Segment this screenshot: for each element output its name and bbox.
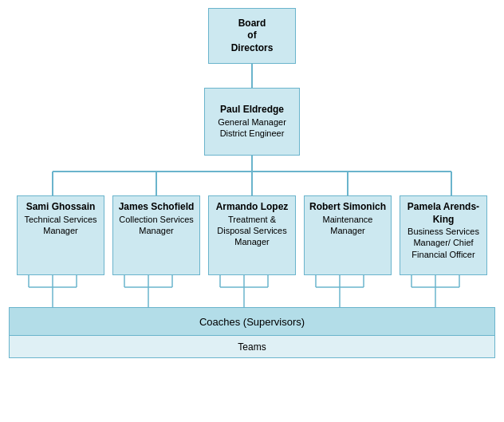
- manager-col-3: Armando Lopez Treatment & Disposal Servi…: [204, 195, 300, 275]
- board-name: BoardofDirectors: [231, 18, 274, 55]
- manager-col-4: Robert Simonich Maintenance Manager: [300, 195, 396, 275]
- teams-bar: Teams: [9, 336, 495, 358]
- armando-name: Armando Lopez: [216, 201, 289, 214]
- coaches-label: Coaches (Supervisors): [199, 316, 305, 328]
- sami-name: Sami Ghossain: [26, 201, 96, 214]
- v-line-1: [251, 64, 253, 88]
- org-chart: BoardofDirectors Paul Eldredge General M…: [0, 0, 504, 366]
- sami-node: Sami Ghossain Technical Services Manager: [17, 195, 104, 275]
- james-node: James Schofield Collection Services Mana…: [112, 195, 200, 275]
- armando-title: Treatment & Disposal Services Manager: [214, 214, 290, 248]
- sami-title: Technical Services Manager: [22, 214, 99, 237]
- board-node: BoardofDirectors: [208, 8, 296, 64]
- teams-label: Teams: [238, 341, 266, 353]
- tree-connector-svg: [9, 156, 495, 195]
- manager-col-5: Pamela Arends-King Business Services Man…: [396, 195, 491, 275]
- manager-col-2: James Schofield Collection Services Mana…: [108, 195, 204, 275]
- paul-subtitle: District Engineer: [220, 128, 285, 139]
- james-name: James Schofield: [119, 201, 195, 214]
- james-title: Collection Services Manager: [118, 214, 195, 237]
- robert-node: Robert Simonich Maintenance Manager: [304, 195, 392, 275]
- paul-title: General Manager: [218, 116, 286, 128]
- robert-name: Robert Simonich: [309, 201, 386, 214]
- coaches-bar: Coaches (Supervisors): [9, 307, 495, 336]
- manager-col-1: Sami Ghossain Technical Services Manager: [13, 195, 108, 275]
- managers-row: Sami Ghossain Technical Services Manager…: [4, 195, 500, 275]
- armando-node: Armando Lopez Treatment & Disposal Servi…: [208, 195, 296, 275]
- pamela-title: Business Services Manager/ Chief Financi…: [405, 226, 482, 260]
- paul-name: Paul Eldredge: [220, 104, 284, 116]
- paul-node: Paul Eldredge General Manager District E…: [204, 88, 300, 156]
- pamela-node: Pamela Arends-King Business Services Man…: [400, 195, 487, 275]
- pamela-name: Pamela Arends-King: [405, 201, 482, 226]
- sub-connector-svg: [9, 275, 495, 307]
- robert-title: Maintenance Manager: [309, 214, 386, 237]
